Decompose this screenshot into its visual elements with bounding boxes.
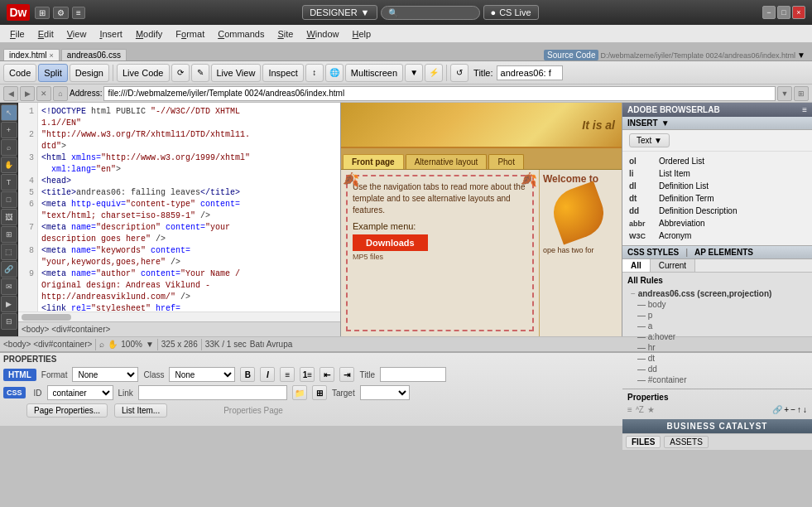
css-rule-dt[interactable]: — dt <box>627 353 807 364</box>
menu-help[interactable]: Help <box>346 27 378 41</box>
menu-insert[interactable]: Insert <box>93 27 129 41</box>
tool-insert[interactable]: + <box>1 122 17 138</box>
toolbar-icon-6[interactable]: ⚡ <box>425 64 443 82</box>
code-button[interactable]: Code <box>3 64 36 82</box>
class-select[interactable]: None <box>169 367 235 382</box>
tab-index-html[interactable]: index.html × <box>3 49 60 60</box>
bold-button[interactable]: B <box>240 367 255 382</box>
css-rule-a[interactable]: — a <box>627 321 807 331</box>
page-properties-button[interactable]: Page Properties... <box>26 403 108 418</box>
id-select[interactable]: container <box>47 385 113 400</box>
format-select[interactable]: None Paragraph Heading 1 <box>72 367 138 382</box>
title-icon-2[interactable]: ⚙ <box>53 7 69 19</box>
css-rule-file[interactable]: − andreas06.css (screen,projection) <box>627 288 807 299</box>
live-view-button[interactable]: Live View <box>211 64 262 82</box>
title-icon-3[interactable]: ≡ <box>72 7 85 19</box>
nav-home[interactable]: ⌂ <box>53 86 68 101</box>
toolbar-icon-4[interactable]: 🌐 <box>325 64 344 82</box>
status-hand-icon[interactable]: ✋ <box>108 340 118 349</box>
design-button[interactable]: Design <box>70 64 109 82</box>
tool-select[interactable]: ↖ <box>1 104 17 121</box>
zoom-dropdown[interactable]: ▼ <box>146 340 154 349</box>
toolbar-icon-1[interactable]: ⟳ <box>171 64 190 82</box>
status-zoom-icon[interactable]: ⌕ <box>99 340 104 349</box>
prop-link-icon[interactable]: 🔗 <box>772 405 782 414</box>
tool-text[interactable]: T <box>1 174 17 191</box>
css-tab-all[interactable]: All <box>622 259 651 272</box>
cs-live-button[interactable]: ● CS Live <box>483 5 539 20</box>
nav-stop[interactable]: ✕ <box>36 86 51 101</box>
tab-close-index[interactable]: × <box>50 51 54 60</box>
nav-tab-front[interactable]: Front page <box>343 154 404 169</box>
inspect-button[interactable]: Inspect <box>262 64 303 82</box>
tool-zoom[interactable]: ⌕ <box>1 139 17 156</box>
panel-collapse[interactable]: ≡ <box>802 105 807 114</box>
nav-back[interactable]: ◀ <box>3 86 18 101</box>
title-value-input[interactable] <box>380 367 446 382</box>
menu-edit[interactable]: Edit <box>31 27 60 41</box>
designer-button[interactable]: DESIGNER ▼ <box>302 5 377 20</box>
prop-down-icon[interactable]: ↓ <box>803 405 807 414</box>
address-input[interactable] <box>103 86 776 101</box>
css-rule-container[interactable]: — #container <box>627 374 807 385</box>
insert-ol[interactable]: ol Ordered List <box>622 155 812 167</box>
menu-file[interactable]: File <box>3 27 31 41</box>
link-input[interactable] <box>138 385 287 400</box>
insert-dl[interactable]: dl Definition List <box>622 180 812 192</box>
code-scrollbar[interactable] <box>18 311 340 321</box>
menu-site[interactable]: Site <box>271 27 300 41</box>
menu-commands[interactable]: Commands <box>211 27 271 41</box>
title-icon-1[interactable]: ⊞ <box>35 7 50 19</box>
menu-view[interactable]: View <box>60 27 94 41</box>
link-target[interactable]: ⊞ <box>312 385 327 400</box>
indent-in[interactable]: ⇥ <box>339 367 354 382</box>
toolbar-icon-5[interactable]: ▼ <box>405 64 423 82</box>
close-button[interactable]: × <box>792 6 805 19</box>
insert-li[interactable]: li List Item <box>622 167 812 180</box>
toolbar-icon-3[interactable]: ↕ <box>305 64 324 82</box>
insert-collapse[interactable]: ▼ <box>661 118 670 128</box>
ul-button[interactable]: ≡ <box>280 367 295 382</box>
css-rule-p[interactable]: — p <box>627 310 807 321</box>
link-browse[interactable]: 📁 <box>292 385 307 400</box>
nav-tab-photo[interactable]: Phot <box>488 154 524 169</box>
tool-form[interactable]: ⊟ <box>1 313 17 330</box>
address-go[interactable]: ▼ <box>777 86 792 101</box>
tool-div[interactable]: ⬚ <box>1 244 17 260</box>
css-rule-dd[interactable]: — dd <box>627 364 807 374</box>
css-rule-ahover[interactable]: — a:hover <box>627 331 807 342</box>
split-button[interactable]: Split <box>38 64 67 82</box>
address-extra[interactable]: ⊞ <box>794 86 809 101</box>
menu-format[interactable]: Format <box>169 27 211 41</box>
menu-window[interactable]: Window <box>300 27 345 41</box>
css-tab-current[interactable]: Current <box>651 259 695 272</box>
toolbar-icon-2[interactable]: ✎ <box>191 64 209 82</box>
multiscreen-button[interactable]: Multiscreen <box>345 64 403 82</box>
refresh-icon[interactable]: ↺ <box>450 64 468 82</box>
filter-icon[interactable]: ▼ <box>797 51 805 60</box>
prop-add-icon[interactable]: + <box>784 405 789 414</box>
indent-out[interactable]: ⇤ <box>320 367 334 382</box>
prop-up-icon[interactable]: ↑ <box>797 405 801 414</box>
insert-dt[interactable]: dt Definition Term <box>622 192 812 205</box>
prop-del-icon[interactable]: − <box>790 405 795 414</box>
tool-link[interactable]: 🔗 <box>1 261 17 278</box>
css-rule-body[interactable]: — body <box>627 299 807 310</box>
insert-dd[interactable]: dd Definition Description <box>622 205 812 217</box>
live-code-button[interactable]: Live Code <box>117 64 170 82</box>
menu-modify[interactable]: Modify <box>129 27 169 41</box>
tool-rect[interactable]: □ <box>1 191 17 208</box>
tab-css[interactable]: andreas06.css <box>61 49 127 60</box>
maximize-button[interactable]: □ <box>777 6 790 19</box>
insert-w3c[interactable]: W3C Acronym <box>622 229 812 242</box>
nav-tab-alt[interactable]: Alternative layout <box>406 154 488 169</box>
italic-button[interactable]: I <box>260 367 275 382</box>
code-text[interactable]: <!DOCTYPE html PUBLIC "-//W3C//DTD XHTML… <box>38 103 340 311</box>
assets-tab[interactable]: ASSETS <box>664 436 708 448</box>
downloads-button[interactable]: Downloads <box>353 234 428 251</box>
text-dropdown[interactable]: Text ▼ <box>629 133 670 147</box>
tool-email[interactable]: ✉ <box>1 278 17 295</box>
title-input[interactable] <box>497 65 563 80</box>
css-rule-hr[interactable]: — hr <box>627 342 807 353</box>
minimize-button[interactable]: − <box>762 6 776 19</box>
